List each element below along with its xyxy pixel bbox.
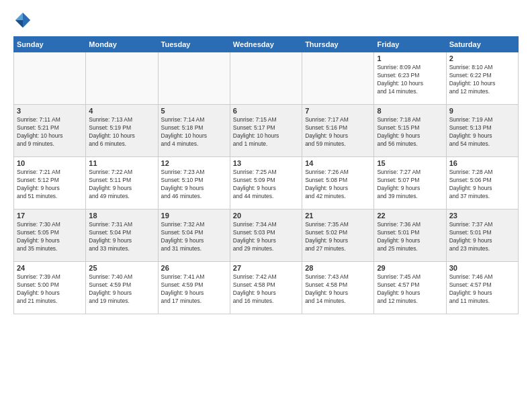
day-number: 25: [89, 264, 154, 272]
logo: [13, 11, 35, 30]
day-info: Sunrise: 7:18 AM Sunset: 5:15 PM Dayligh…: [377, 116, 443, 148]
day-info: Sunrise: 7:43 AM Sunset: 4:58 PM Dayligh…: [305, 273, 371, 306]
calendar-cell: 19Sunrise: 7:32 AM Sunset: 5:04 PM Dayli…: [158, 210, 230, 262]
weekday-header: Thursday: [302, 37, 374, 52]
day-number: 15: [377, 159, 443, 167]
day-info: Sunrise: 7:46 AM Sunset: 4:57 PM Dayligh…: [449, 273, 515, 306]
calendar-cell: 30Sunrise: 7:46 AM Sunset: 4:57 PM Dayli…: [446, 262, 518, 314]
day-number: 4: [89, 107, 154, 115]
weekday-header: Friday: [374, 37, 446, 52]
day-number: 22: [377, 212, 443, 220]
day-info: Sunrise: 7:17 AM Sunset: 5:16 PM Dayligh…: [305, 116, 371, 148]
calendar-cell: 18Sunrise: 7:31 AM Sunset: 5:04 PM Dayli…: [86, 210, 158, 262]
calendar-cell: 13Sunrise: 7:25 AM Sunset: 5:09 PM Dayli…: [230, 157, 302, 210]
logo-icon: [13, 11, 32, 30]
weekday-header: Tuesday: [158, 37, 230, 52]
calendar-cell: 29Sunrise: 7:45 AM Sunset: 4:57 PM Dayli…: [374, 262, 446, 314]
day-number: 16: [449, 159, 515, 167]
day-info: Sunrise: 7:35 AM Sunset: 5:02 PM Dayligh…: [305, 221, 371, 253]
day-info: Sunrise: 7:42 AM Sunset: 4:58 PM Dayligh…: [233, 273, 299, 306]
calendar-cell: 25Sunrise: 7:40 AM Sunset: 4:59 PM Dayli…: [86, 262, 158, 314]
day-info: Sunrise: 7:30 AM Sunset: 5:05 PM Dayligh…: [17, 221, 83, 253]
calendar-cell: [158, 52, 230, 105]
day-info: Sunrise: 7:23 AM Sunset: 5:10 PM Dayligh…: [161, 169, 227, 201]
day-info: Sunrise: 7:15 AM Sunset: 5:17 PM Dayligh…: [233, 116, 299, 148]
day-info: Sunrise: 7:41 AM Sunset: 4:59 PM Dayligh…: [161, 273, 227, 306]
weekday-header: Monday: [86, 37, 158, 52]
page: SundayMondayTuesdayWednesdayThursdayFrid…: [0, 0, 532, 411]
day-number: 30: [449, 264, 515, 272]
calendar-week-row: 1Sunrise: 8:09 AM Sunset: 6:23 PM Daylig…: [14, 52, 519, 105]
calendar-cell: 11Sunrise: 7:22 AM Sunset: 5:11 PM Dayli…: [86, 157, 158, 210]
calendar-cell: 26Sunrise: 7:41 AM Sunset: 4:59 PM Dayli…: [158, 262, 230, 314]
calendar-week-row: 3Sunrise: 7:11 AM Sunset: 5:21 PM Daylig…: [14, 105, 519, 157]
day-info: Sunrise: 7:39 AM Sunset: 5:00 PM Dayligh…: [17, 273, 83, 306]
calendar-cell: [86, 52, 158, 105]
day-number: 19: [161, 212, 227, 220]
svg-marker-3: [23, 20, 30, 28]
day-number: 20: [233, 212, 299, 220]
calendar-cell: 6Sunrise: 7:15 AM Sunset: 5:17 PM Daylig…: [230, 105, 302, 157]
day-info: Sunrise: 8:09 AM Sunset: 6:23 PM Dayligh…: [377, 64, 443, 96]
day-number: 9: [449, 107, 515, 115]
day-info: Sunrise: 7:22 AM Sunset: 5:11 PM Dayligh…: [89, 169, 154, 201]
svg-marker-1: [15, 13, 23, 20]
header: [13, 11, 519, 30]
calendar-cell: 3Sunrise: 7:11 AM Sunset: 5:21 PM Daylig…: [14, 105, 86, 157]
svg-marker-0: [23, 13, 30, 20]
day-info: Sunrise: 7:34 AM Sunset: 5:03 PM Dayligh…: [233, 221, 299, 253]
day-number: 6: [233, 107, 299, 115]
calendar-cell: [302, 52, 374, 105]
day-number: 11: [89, 159, 154, 167]
day-info: Sunrise: 7:28 AM Sunset: 5:06 PM Dayligh…: [449, 169, 515, 201]
calendar-cell: 17Sunrise: 7:30 AM Sunset: 5:05 PM Dayli…: [14, 210, 86, 262]
day-info: Sunrise: 7:14 AM Sunset: 5:18 PM Dayligh…: [161, 116, 227, 148]
weekday-header: Wednesday: [230, 37, 302, 52]
day-info: Sunrise: 7:31 AM Sunset: 5:04 PM Dayligh…: [89, 221, 154, 253]
calendar-cell: 12Sunrise: 7:23 AM Sunset: 5:10 PM Dayli…: [158, 157, 230, 210]
day-info: Sunrise: 7:19 AM Sunset: 5:13 PM Dayligh…: [449, 116, 515, 148]
day-info: Sunrise: 8:10 AM Sunset: 6:22 PM Dayligh…: [449, 64, 515, 96]
day-number: 27: [233, 264, 299, 272]
day-number: 12: [161, 159, 227, 167]
day-info: Sunrise: 7:32 AM Sunset: 5:04 PM Dayligh…: [161, 221, 227, 253]
calendar-cell: 8Sunrise: 7:18 AM Sunset: 5:15 PM Daylig…: [374, 105, 446, 157]
calendar-cell: 20Sunrise: 7:34 AM Sunset: 5:03 PM Dayli…: [230, 210, 302, 262]
day-info: Sunrise: 7:36 AM Sunset: 5:01 PM Dayligh…: [377, 221, 443, 253]
day-info: Sunrise: 7:40 AM Sunset: 4:59 PM Dayligh…: [89, 273, 154, 306]
calendar-cell: 1Sunrise: 8:09 AM Sunset: 6:23 PM Daylig…: [374, 52, 446, 105]
calendar-cell: 16Sunrise: 7:28 AM Sunset: 5:06 PM Dayli…: [446, 157, 518, 210]
calendar-cell: 15Sunrise: 7:27 AM Sunset: 5:07 PM Dayli…: [374, 157, 446, 210]
calendar-cell: 14Sunrise: 7:26 AM Sunset: 5:08 PM Dayli…: [302, 157, 374, 210]
day-number: 17: [17, 212, 83, 220]
calendar-cell: 27Sunrise: 7:42 AM Sunset: 4:58 PM Dayli…: [230, 262, 302, 314]
calendar-cell: 2Sunrise: 8:10 AM Sunset: 6:22 PM Daylig…: [446, 52, 518, 105]
day-number: 8: [377, 107, 443, 115]
calendar-cell: [230, 52, 302, 105]
day-number: 13: [233, 159, 299, 167]
day-info: Sunrise: 7:25 AM Sunset: 5:09 PM Dayligh…: [233, 169, 299, 201]
calendar-cell: [14, 52, 86, 105]
day-number: 1: [377, 54, 443, 62]
calendar-cell: 28Sunrise: 7:43 AM Sunset: 4:58 PM Dayli…: [302, 262, 374, 314]
day-info: Sunrise: 7:13 AM Sunset: 5:19 PM Dayligh…: [89, 116, 154, 148]
day-number: 2: [449, 54, 515, 62]
day-info: Sunrise: 7:11 AM Sunset: 5:21 PM Dayligh…: [17, 116, 83, 148]
calendar-cell: 4Sunrise: 7:13 AM Sunset: 5:19 PM Daylig…: [86, 105, 158, 157]
day-info: Sunrise: 7:37 AM Sunset: 5:01 PM Dayligh…: [449, 221, 515, 253]
day-number: 24: [17, 264, 83, 272]
calendar-cell: 9Sunrise: 7:19 AM Sunset: 5:13 PM Daylig…: [446, 105, 518, 157]
day-number: 14: [305, 159, 371, 167]
svg-marker-2: [15, 20, 23, 28]
day-number: 29: [377, 264, 443, 272]
calendar-cell: 10Sunrise: 7:21 AM Sunset: 5:12 PM Dayli…: [14, 157, 86, 210]
calendar-cell: 7Sunrise: 7:17 AM Sunset: 5:16 PM Daylig…: [302, 105, 374, 157]
day-info: Sunrise: 7:26 AM Sunset: 5:08 PM Dayligh…: [305, 169, 371, 201]
day-number: 3: [17, 107, 83, 115]
calendar-week-row: 17Sunrise: 7:30 AM Sunset: 5:05 PM Dayli…: [14, 210, 519, 262]
calendar-cell: 5Sunrise: 7:14 AM Sunset: 5:18 PM Daylig…: [158, 105, 230, 157]
day-number: 28: [305, 264, 371, 272]
calendar-week-row: 24Sunrise: 7:39 AM Sunset: 5:00 PM Dayli…: [14, 262, 519, 314]
calendar-header-row: SundayMondayTuesdayWednesdayThursdayFrid…: [14, 37, 519, 52]
day-number: 5: [161, 107, 227, 115]
